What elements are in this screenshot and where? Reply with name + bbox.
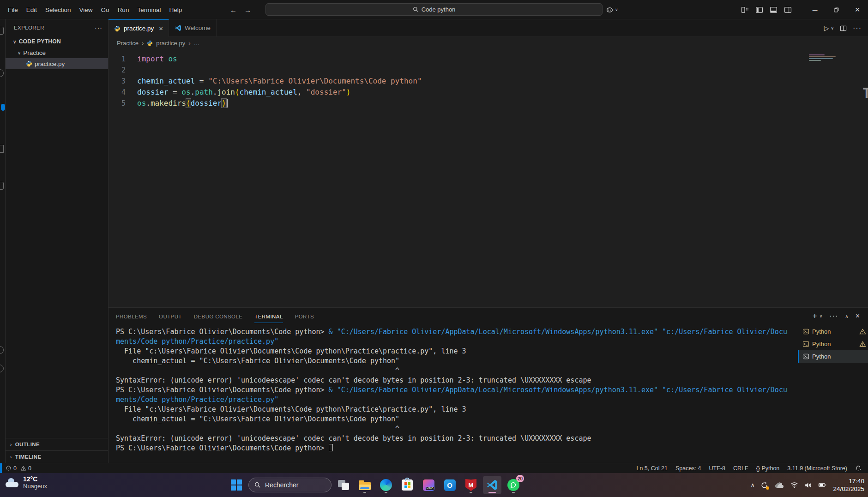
file-explorer-button[interactable] bbox=[356, 476, 374, 494]
remote-indicator[interactable] bbox=[0, 463, 2, 473]
wifi-icon[interactable] bbox=[790, 482, 798, 489]
status-item-utf-8[interactable]: UTF-8 bbox=[709, 465, 725, 472]
tab-practice-py[interactable]: practice.py × bbox=[108, 19, 169, 37]
panel-tab-debug-console[interactable]: DEBUG CONSOLE bbox=[194, 310, 243, 323]
tray-chevron-up-icon[interactable]: ∧ bbox=[751, 482, 755, 488]
terminal-instance-label: Python bbox=[812, 353, 866, 360]
explorer-icon[interactable] bbox=[0, 27, 4, 35]
menu-terminal[interactable]: Terminal bbox=[133, 6, 165, 13]
tree-root-code-python[interactable]: ∨ CODE PYTHON bbox=[6, 36, 108, 47]
terminal-line: ments/Code python/Practice/practice.py" bbox=[116, 337, 798, 347]
extensions-icon[interactable] bbox=[0, 182, 4, 190]
panel-tab-bar: PROBLEMSOUTPUTDEBUG CONSOLETERMINALPORTS… bbox=[108, 308, 868, 324]
more-actions-icon[interactable]: ··· bbox=[853, 24, 862, 32]
run-chevron-icon[interactable]: ∨ bbox=[831, 26, 834, 30]
vscode-button[interactable] bbox=[483, 476, 501, 494]
whatsapp-button[interactable]: 20 bbox=[504, 476, 523, 494]
forward-icon[interactable]: → bbox=[244, 6, 251, 14]
terminal-instance-python[interactable]: Python bbox=[798, 338, 868, 350]
editor-scrollbar[interactable]: T bbox=[862, 85, 868, 101]
terminal-instance-label: Python bbox=[812, 341, 856, 347]
clock-widget[interactable]: 17:40 24/02/2025 bbox=[833, 477, 864, 493]
panel-tab-output[interactable]: OUTPUT bbox=[159, 310, 182, 323]
panel-tab-problems[interactable]: PROBLEMS bbox=[116, 310, 147, 323]
terminal-instance-python[interactable]: Python bbox=[798, 350, 868, 363]
terminal-output[interactable]: PS C:\Users\Fabrice Olivier\Documents\Co… bbox=[108, 324, 798, 463]
line-number: 5 bbox=[108, 98, 137, 109]
taskbar-search[interactable]: Rechercher bbox=[248, 478, 332, 492]
toggle-panel-icon[interactable] bbox=[770, 6, 778, 14]
task-view-button[interactable] bbox=[334, 476, 353, 494]
panel-tab-terminal[interactable]: TERMINAL bbox=[254, 310, 283, 323]
status-item-spaces-4[interactable]: Spaces: 4 bbox=[675, 465, 701, 472]
edge-button[interactable] bbox=[377, 476, 395, 494]
status-item-ln-5-col-21[interactable]: Ln 5, Col 21 bbox=[636, 465, 667, 472]
weather-widget[interactable]: 12°C Nuageux bbox=[5, 475, 47, 490]
tree-folder-practice[interactable]: ∨ Practice bbox=[6, 47, 108, 58]
status-item-crlf[interactable]: CRLF bbox=[733, 465, 748, 472]
toggle-secondary-sidebar-icon[interactable] bbox=[784, 6, 792, 14]
warning-icon bbox=[859, 341, 866, 347]
close-panel-icon[interactable]: × bbox=[856, 312, 860, 320]
code-editor[interactable]: 1import os23chemin_actuel = "C:\Users\Fa… bbox=[108, 49, 868, 307]
run-button[interactable]: ▷ bbox=[824, 24, 829, 32]
menu-selection[interactable]: Selection bbox=[41, 6, 75, 13]
tray-time: 17:40 bbox=[833, 477, 864, 485]
m365-copilot-icon: M365 bbox=[423, 479, 434, 491]
mcafee-button[interactable]: M bbox=[462, 476, 480, 494]
microsoft-store-button[interactable] bbox=[398, 476, 416, 494]
outline-section[interactable]: › OUTLINE bbox=[6, 438, 108, 450]
maximize-panel-icon[interactable]: ∧ bbox=[845, 314, 848, 319]
tree-file-practice-py[interactable]: practice.py bbox=[6, 58, 108, 69]
m365-copilot-button[interactable]: M365 bbox=[419, 476, 438, 494]
panel-more-icon[interactable]: ··· bbox=[829, 312, 838, 320]
code-line: 4dossier = os.path.join(chemin_actuel, "… bbox=[108, 87, 868, 98]
terminal-line: PS C:\Users\Fabrice Olivier\Documents\Co… bbox=[116, 443, 798, 453]
activity-bar[interactable] bbox=[0, 19, 6, 463]
menu-file[interactable]: File bbox=[4, 6, 22, 13]
split-editor-icon[interactable] bbox=[840, 25, 847, 32]
problems-status[interactable]: 0 0 bbox=[6, 465, 31, 472]
menu-go[interactable]: Go bbox=[97, 6, 114, 13]
error-count: 0 bbox=[13, 465, 17, 472]
warning-icon bbox=[859, 328, 866, 335]
search-view-icon[interactable] bbox=[0, 69, 4, 77]
panel-tab-ports[interactable]: PORTS bbox=[295, 310, 314, 323]
status-item-python[interactable]: {} Python bbox=[756, 465, 780, 472]
battery-icon[interactable] bbox=[818, 482, 827, 488]
breadcrumb[interactable]: Practice › practice.py › … bbox=[108, 37, 868, 49]
terminal-instance-python[interactable]: Python bbox=[798, 325, 868, 338]
terminal-profile-chevron-icon[interactable]: ∨ bbox=[820, 314, 823, 318]
status-bar: 0 0 Ln 5, Col 21Spaces: 4UTF-8CRLF{} Pyt… bbox=[0, 463, 868, 473]
account-icon[interactable] bbox=[0, 346, 4, 354]
minimize-button[interactable]: ─ bbox=[804, 0, 826, 19]
settings-gear-icon[interactable] bbox=[0, 365, 4, 372]
menu-edit[interactable]: Edit bbox=[22, 6, 41, 13]
menu-view[interactable]: View bbox=[75, 6, 97, 13]
tab-welcome[interactable]: Welcome bbox=[169, 19, 217, 36]
run-debug-icon[interactable] bbox=[0, 145, 4, 153]
sync-icon[interactable] bbox=[760, 481, 768, 489]
editor-cursor bbox=[227, 99, 228, 108]
editor-layout-icon[interactable] bbox=[741, 6, 749, 14]
copilot-button[interactable]: ∨ bbox=[606, 0, 618, 19]
explorer-more-actions[interactable]: ··· bbox=[95, 24, 102, 31]
vscode-icon bbox=[486, 479, 498, 491]
restore-button[interactable] bbox=[826, 0, 847, 19]
timeline-section[interactable]: › TIMELINE bbox=[6, 450, 108, 463]
menu-run[interactable]: Run bbox=[114, 6, 133, 13]
notifications-bell-icon[interactable] bbox=[855, 465, 862, 472]
back-icon[interactable]: ← bbox=[230, 6, 237, 14]
outlook-button[interactable]: O bbox=[440, 476, 459, 494]
menu-help[interactable]: Help bbox=[165, 6, 186, 13]
close-button[interactable]: × bbox=[847, 0, 868, 19]
toggle-sidebar-icon[interactable] bbox=[755, 6, 763, 14]
start-button[interactable] bbox=[227, 476, 246, 494]
volume-icon[interactable] bbox=[804, 482, 812, 489]
command-center-search[interactable]: Code python bbox=[265, 3, 603, 16]
onedrive-icon[interactable] bbox=[774, 482, 784, 489]
status-item-3-11-9-microsoft-store[interactable]: 3.11.9 (Microsoft Store) bbox=[787, 465, 847, 472]
minimap[interactable] bbox=[809, 54, 838, 62]
new-terminal-icon[interactable]: + bbox=[813, 311, 817, 321]
close-icon[interactable]: × bbox=[159, 24, 163, 32]
